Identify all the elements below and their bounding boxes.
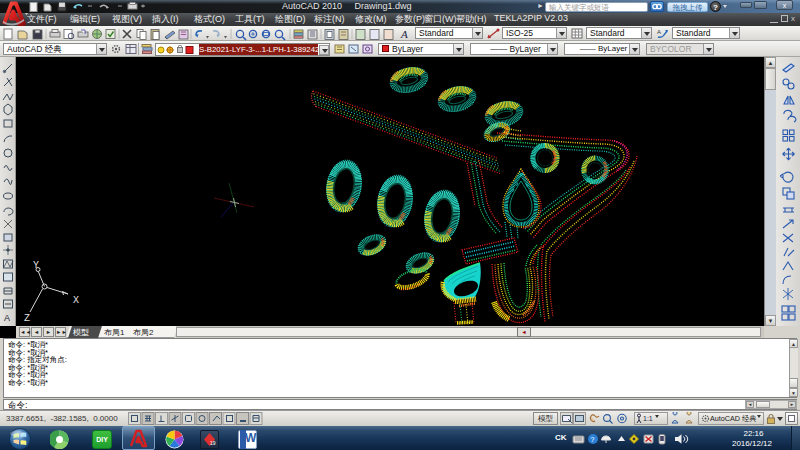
svg-text:?: ?	[591, 436, 595, 443]
svg-text:Y: Y	[33, 260, 39, 271]
svg-text:A: A	[657, 29, 661, 35]
svg-text:A: A	[4, 313, 10, 323]
svg-text:A: A	[400, 28, 408, 40]
svg-text:19: 19	[210, 440, 216, 446]
svg-text:Z: Z	[24, 313, 30, 324]
svg-text:X: X	[73, 295, 79, 306]
